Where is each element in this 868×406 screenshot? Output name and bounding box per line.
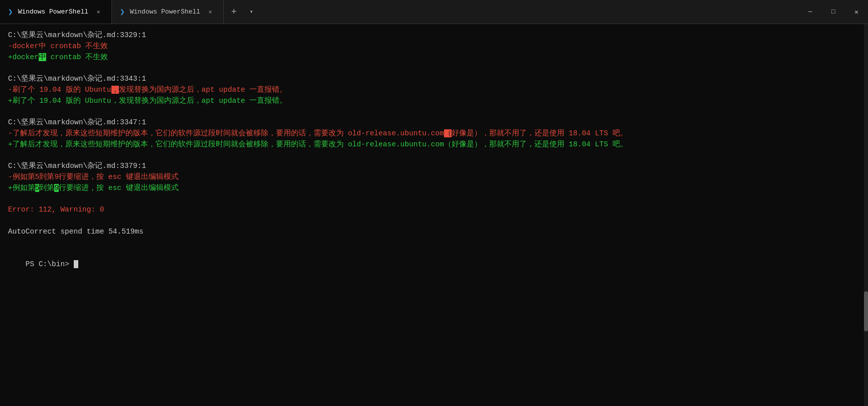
cursor [74, 260, 78, 268]
diff-added-4: +例如第5到第9行要缩进，按 esc 键退出编辑模式 [8, 183, 860, 194]
diff-removed-4: -例如第5到第9行要缩进，按 esc 键退出编辑模式 [8, 172, 860, 183]
tab-2[interactable]: ❯ Windows PowerShell ✕ [112, 0, 224, 24]
highlight-removed-2: ， [111, 86, 119, 94]
error-line: Error: 112, Warning: 0 [8, 205, 860, 216]
location-line-1: C:\坚果云\markdown\杂记.md:3329:1 [8, 30, 860, 41]
terminal-body: C:\坚果云\markdown\杂记.md:3329:1 -docker中 cr… [0, 24, 868, 406]
location-line-3: C:\坚果云\markdown\杂记.md:3347:1 [8, 117, 860, 128]
location-line-4: C:\坚果云\markdown\杂记.md:3379:1 [8, 161, 860, 172]
blank-4 [8, 193, 860, 205]
blank-2 [8, 106, 860, 117]
blank-1 [8, 63, 860, 74]
tab-1[interactable]: ❯ Windows PowerShell ✕ [0, 0, 112, 24]
blank-5 [8, 216, 860, 227]
tab-2-label: Windows PowerShell [130, 8, 200, 16]
highlight-added-1: 中 [39, 53, 46, 61]
highlight-removed-3: （ [444, 129, 452, 137]
tab-1-label: Windows PowerShell [18, 8, 88, 16]
autocorrect-line: AutoCorrect spend time 54.519ms [8, 227, 860, 238]
titlebar: ❯ Windows PowerShell ✕ ❯ Windows PowerSh… [0, 0, 868, 24]
scrollbar[interactable] [864, 24, 868, 406]
tab-2-close[interactable]: ✕ [205, 7, 215, 17]
prompt-line[interactable]: PS C:\bin> [8, 248, 860, 281]
minimize-button[interactable]: ─ [799, 0, 822, 24]
diff-removed-2: -刷了个 19.04 版的 Ubuntu，发现替换为国内源之后，apt upda… [8, 85, 860, 96]
powershell-icon-1: ❯ [8, 7, 13, 17]
diff-added-2: +刷了个 19.04 版的 Ubuntu，发现替换为国内源之后，apt upda… [8, 96, 860, 107]
window-controls: ─ □ ✕ [799, 0, 868, 24]
tab-dropdown-button[interactable]: ▾ [244, 0, 259, 24]
location-line-2: C:\坚果云\markdown\杂记.md:3343:1 [8, 74, 860, 85]
highlight-9: 9 [54, 184, 59, 192]
powershell-icon-2: ❯ [120, 7, 125, 17]
diff-removed-1: -docker中 crontab 不生效 [8, 41, 860, 52]
diff-added-1: +docker中 crontab 不生效 [8, 52, 860, 63]
diff-added-3: +了解后才发现，原来这些短期维护的版本，它们的软件源过段时间就会被移除，要用的话… [8, 139, 860, 150]
blank-3 [8, 150, 860, 161]
maximize-button[interactable]: □ [822, 0, 845, 24]
highlight-5: 5 [35, 184, 40, 192]
close-button[interactable]: ✕ [845, 0, 868, 24]
diff-removed-3: -了解后才发现，原来这些短期维护的版本，它们的软件源过段时间就会被移除，要用的话… [8, 128, 860, 139]
blank-6 [8, 237, 860, 248]
new-tab-button[interactable]: + [224, 0, 244, 24]
tab-1-close[interactable]: ✕ [93, 7, 103, 17]
scrollbar-thumb[interactable] [864, 291, 868, 331]
prompt-text: PS C:\bin> [26, 260, 74, 268]
